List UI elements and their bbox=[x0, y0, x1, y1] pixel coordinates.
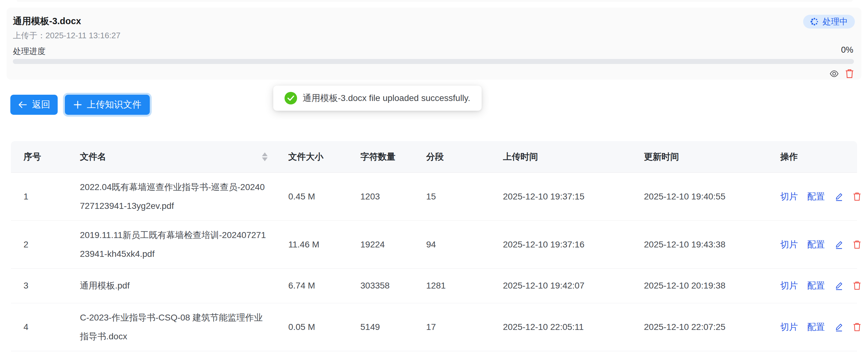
trash-icon bbox=[845, 69, 854, 79]
cell-segments: 17 bbox=[426, 303, 503, 351]
cell-chars: 303358 bbox=[360, 268, 426, 303]
column-header-segments: 分段 bbox=[426, 141, 503, 173]
cell-updated: 2025-12-10 22:07:25 bbox=[644, 303, 780, 351]
upload-success-toast: 通用模板-3.docx file uploaded successfully. bbox=[273, 86, 482, 111]
column-header-filename-label: 文件名 bbox=[80, 151, 106, 163]
cell-updated: 2025-12-10 19:43:38 bbox=[644, 220, 780, 268]
config-link[interactable]: 配置 bbox=[807, 239, 825, 250]
cell-filename: 2022.04既有幕墙巡查作业指导书-巡查员-20240727123941-13… bbox=[80, 173, 288, 220]
cell-filename: 通用模板.pdf bbox=[80, 268, 288, 303]
spinner-icon bbox=[810, 17, 819, 26]
cell-uploaded: 2025-12-10 22:05:11 bbox=[503, 303, 644, 351]
cell-size: 0.05 M bbox=[288, 303, 360, 351]
cell-uploaded: 2025-12-10 19:37:15 bbox=[503, 173, 644, 220]
cell-index: 3 bbox=[11, 268, 80, 303]
delete-row-button[interactable] bbox=[853, 192, 861, 201]
cell-filename: 2019.11.11新员工既有幕墙检查培训-20240727123941-kh4… bbox=[80, 220, 288, 268]
column-header-updated: 更新时间 bbox=[644, 141, 780, 173]
column-header-actions: 操作 bbox=[780, 141, 857, 173]
toast-message: 通用模板-3.docx file uploaded successfully. bbox=[303, 92, 470, 104]
cell-updated: 2025-12-10 20:19:38 bbox=[644, 268, 780, 303]
files-table: 序号 文件名 文件大小 字符数量 分段 上传时间 bbox=[11, 141, 857, 351]
slice-link[interactable]: 切片 bbox=[780, 321, 798, 333]
plus-icon bbox=[73, 100, 82, 109]
config-link[interactable]: 配置 bbox=[807, 280, 825, 292]
cell-index: 4 bbox=[11, 303, 80, 351]
cell-uploaded: 2025-12-10 19:37:16 bbox=[503, 220, 644, 268]
edit-button[interactable] bbox=[834, 281, 843, 290]
cell-size: 6.74 M bbox=[288, 268, 360, 303]
upload-knowledge-file-button[interactable]: 上传知识文件 bbox=[65, 95, 150, 115]
column-header-size: 文件大小 bbox=[288, 141, 360, 173]
cell-index: 1 bbox=[11, 173, 80, 220]
column-header-chars: 字符数量 bbox=[360, 141, 426, 173]
back-button[interactable]: 返回 bbox=[10, 95, 58, 115]
config-link[interactable]: 配置 bbox=[807, 321, 825, 333]
trash-icon bbox=[853, 240, 861, 249]
success-check-icon bbox=[284, 92, 297, 105]
cell-index: 2 bbox=[11, 220, 80, 268]
table-row: 2 2019.11.11新员工既有幕墙检查培训-20240727123941-k… bbox=[11, 220, 857, 268]
slice-link[interactable]: 切片 bbox=[780, 239, 798, 250]
caret-down-icon bbox=[262, 157, 268, 161]
progress-percent: 0% bbox=[841, 45, 853, 55]
cell-size: 0.45 M bbox=[288, 173, 360, 220]
table-row: 3 通用模板.pdf 6.74 M 303358 1281 2025-12-10… bbox=[11, 268, 857, 303]
progress-bar bbox=[13, 59, 854, 64]
cell-chars: 19224 bbox=[360, 220, 426, 268]
column-header-uploaded: 上传时间 bbox=[503, 141, 644, 173]
column-header-filename: 文件名 bbox=[80, 141, 288, 173]
progress-label: 处理进度 bbox=[13, 46, 45, 57]
slice-link[interactable]: 切片 bbox=[780, 191, 798, 203]
delete-row-button[interactable] bbox=[853, 281, 861, 290]
arrow-left-icon bbox=[18, 101, 27, 109]
edit-button[interactable] bbox=[834, 192, 843, 201]
uploaded-at-text: 上传于：2025-12-11 13:16:27 bbox=[13, 30, 121, 41]
edit-button[interactable] bbox=[834, 322, 843, 332]
cell-chars: 1203 bbox=[360, 173, 426, 220]
trash-icon bbox=[853, 323, 861, 331]
delete-row-button[interactable] bbox=[853, 323, 861, 331]
cell-updated: 2025-12-10 19:40:55 bbox=[644, 173, 780, 220]
filename-sort-control[interactable] bbox=[262, 152, 268, 161]
previous-card-edge bbox=[17, 0, 852, 2]
trash-icon bbox=[853, 192, 861, 201]
processing-file-name: 通用模板-3.docx bbox=[13, 15, 81, 28]
slice-link[interactable]: 切片 bbox=[780, 280, 798, 292]
column-header-index: 序号 bbox=[11, 141, 80, 173]
delete-processing-file-button[interactable] bbox=[845, 69, 854, 79]
edit-button[interactable] bbox=[834, 240, 843, 249]
preview-button[interactable] bbox=[830, 69, 839, 79]
caret-up-icon bbox=[262, 152, 268, 156]
cell-size: 11.46 M bbox=[288, 220, 360, 268]
table-row: 1 2022.04既有幕墙巡查作业指导书-巡查员-20240727123941-… bbox=[11, 173, 857, 220]
edit-pencil-icon bbox=[834, 192, 843, 201]
config-link[interactable]: 配置 bbox=[807, 191, 825, 203]
edit-pencil-icon bbox=[834, 240, 843, 249]
status-badge: 处理中 bbox=[803, 15, 855, 29]
table-header-row: 序号 文件名 文件大小 字符数量 分段 上传时间 bbox=[11, 141, 857, 173]
cell-chars: 5149 bbox=[360, 303, 426, 351]
table-row: 4 C-2023-作业指导书-CSQ-08 建筑节能监理作业指导书.docx 0… bbox=[11, 303, 857, 351]
cell-segments: 15 bbox=[426, 173, 503, 220]
cell-uploaded: 2025-12-10 19:42:07 bbox=[503, 268, 644, 303]
back-button-label: 返回 bbox=[32, 98, 50, 111]
cell-segments: 94 bbox=[426, 220, 503, 268]
cell-filename: C-2023-作业指导书-CSQ-08 建筑节能监理作业指导书.docx bbox=[80, 303, 288, 351]
edit-pencil-icon bbox=[834, 281, 843, 290]
trash-icon bbox=[853, 281, 861, 290]
delete-row-button[interactable] bbox=[853, 240, 861, 249]
cell-segments: 1281 bbox=[426, 268, 503, 303]
processing-card: 通用模板-3.docx 处理中 上传于：2025-12-11 13:16:27 … bbox=[7, 7, 861, 80]
edit-pencil-icon bbox=[834, 322, 843, 332]
eye-icon bbox=[830, 69, 839, 79]
upload-button-label: 上传知识文件 bbox=[87, 98, 141, 111]
status-badge-label: 处理中 bbox=[823, 16, 848, 27]
